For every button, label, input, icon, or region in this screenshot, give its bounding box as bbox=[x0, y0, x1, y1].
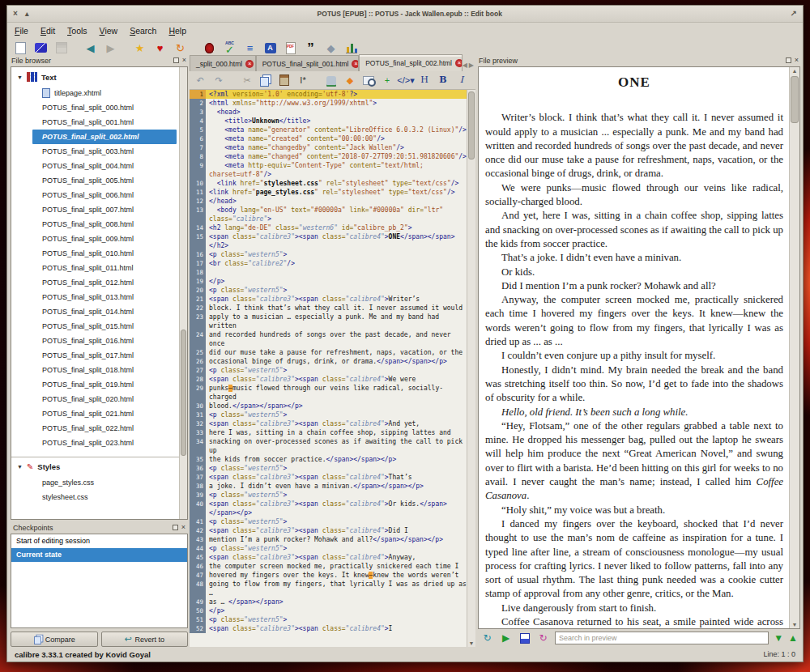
menu-search[interactable]: Search bbox=[130, 26, 156, 36]
italic-icon[interactable]: I bbox=[455, 74, 468, 87]
close-tab-icon[interactable]: × bbox=[245, 60, 254, 68]
upload-icon[interactable]: ◆ bbox=[323, 40, 339, 56]
file-item[interactable]: POTUS_final_split_021.html bbox=[32, 406, 177, 421]
file-item[interactable]: POTUS_final_split_004.html bbox=[32, 159, 177, 173]
reports-chart-icon[interactable] bbox=[343, 40, 359, 56]
file-item[interactable]: POTUS_final_split_003.html bbox=[32, 144, 177, 159]
scroll-down-icon[interactable]: ▼ bbox=[790, 622, 799, 627]
revert-to-button[interactable]: ↩ Revert to bbox=[101, 632, 189, 647]
menu-tools[interactable]: Tools bbox=[67, 26, 87, 36]
open-book-icon[interactable] bbox=[33, 40, 49, 56]
scrollbar-thumb[interactable] bbox=[791, 76, 799, 123]
search-box-icon[interactable] bbox=[362, 74, 375, 87]
cut-icon[interactable]: ✂ bbox=[241, 74, 254, 87]
tab-scroll-right-icon[interactable]: ▶ bbox=[469, 62, 474, 69]
float-panel-icon[interactable] bbox=[786, 57, 791, 63]
collapse-icon[interactable]: ▼ bbox=[17, 74, 23, 80]
redo-icon[interactable]: ↷ bbox=[212, 74, 225, 87]
collapse-icon[interactable]: ▼ bbox=[17, 464, 23, 470]
stylesheet-item[interactable]: page_styles.css bbox=[32, 475, 177, 490]
file-item[interactable]: POTUS_final_split_011.html bbox=[32, 261, 177, 275]
window-maximize-icon[interactable]: ↗ bbox=[791, 10, 797, 18]
close-panel-icon[interactable]: × bbox=[795, 57, 799, 64]
file-item[interactable]: POTUS_final_split_012.html bbox=[32, 275, 177, 290]
pdf-file-icon[interactable]: PDF bbox=[283, 40, 298, 56]
file-item[interactable]: POTUS_final_split_009.html bbox=[32, 232, 177, 246]
editor-tab[interactable]: _split_000.html× bbox=[190, 55, 256, 71]
refresh-icon[interactable]: ↻ bbox=[480, 632, 494, 645]
file-item[interactable]: titlepage.xhtml bbox=[32, 86, 177, 100]
preview-scrollbar[interactable]: ▲ ▼ bbox=[789, 67, 799, 628]
find-next-icon[interactable]: ▼ bbox=[774, 632, 783, 645]
close-tab-icon[interactable]: × bbox=[455, 59, 463, 67]
file-item[interactable]: POTUS_final_split_017.html bbox=[32, 348, 177, 363]
stylesheet-item[interactable]: stylesheet.css bbox=[32, 490, 177, 504]
close-panel-icon[interactable]: × bbox=[182, 57, 186, 64]
file-item[interactable]: POTUS_final_split_019.html bbox=[32, 377, 177, 392]
forward-icon[interactable]: ▶ bbox=[103, 40, 118, 56]
spellcheck-icon[interactable]: ABC✓ bbox=[222, 40, 237, 56]
font-book-icon[interactable]: A bbox=[262, 40, 278, 56]
preview-content[interactable]: ONE Writer’s block. I think that’s what … bbox=[478, 66, 800, 629]
search-in-preview-input[interactable] bbox=[555, 632, 769, 644]
float-panel-icon[interactable] bbox=[173, 57, 179, 63]
check-book-bug-icon[interactable] bbox=[202, 40, 217, 56]
menu-file[interactable]: File bbox=[15, 26, 28, 36]
window-shade-icon[interactable]: ▴ bbox=[25, 10, 29, 18]
file-item[interactable]: POTUS_final_split_010.html bbox=[32, 246, 177, 261]
donate-heart-icon[interactable]: ♥ bbox=[152, 40, 168, 56]
code-block-icon[interactable]: </>▾ bbox=[399, 74, 412, 87]
undo-icon[interactable]: ↶ bbox=[194, 74, 207, 87]
checkpoint-item[interactable]: Current state bbox=[11, 548, 187, 562]
file-item[interactable]: POTUS_final_split_002.html bbox=[32, 130, 177, 144]
text-section[interactable]: ▼ Text bbox=[11, 67, 187, 86]
file-item[interactable]: POTUS_final_split_018.html bbox=[32, 363, 177, 377]
menu-view[interactable]: View bbox=[100, 26, 118, 36]
beautify-icon[interactable]: ≡ bbox=[242, 40, 258, 56]
float-panel-icon[interactable] bbox=[173, 525, 178, 530]
compare-button[interactable]: Compare bbox=[11, 632, 98, 647]
tab-scroll-left-icon[interactable]: ◀ bbox=[463, 62, 467, 69]
file-item[interactable]: POTUS_final_split_005.html bbox=[32, 173, 177, 188]
menu-help[interactable]: Help bbox=[168, 26, 186, 36]
window-close-icon[interactable]: × bbox=[13, 10, 18, 18]
file-item[interactable]: POTUS_final_split_015.html bbox=[32, 319, 177, 334]
mark-text-icon[interactable]: ◆ bbox=[343, 74, 356, 87]
file-item[interactable]: POTUS_final_split_020.html bbox=[32, 392, 177, 406]
heading-icon[interactable]: H bbox=[418, 74, 431, 87]
paste-icon[interactable] bbox=[278, 74, 291, 87]
insert-tag-icon[interactable]: + bbox=[381, 74, 394, 87]
save-icon[interactable] bbox=[53, 40, 69, 56]
insert-special-icon[interactable]: I* bbox=[296, 74, 309, 87]
scrollbar-thumb[interactable] bbox=[468, 91, 475, 159]
save-preview-icon[interactable] bbox=[518, 632, 531, 645]
close-tab-icon[interactable]: × bbox=[352, 60, 359, 68]
find-previous-icon[interactable]: ▲ bbox=[788, 632, 798, 645]
run-icon[interactable]: ▶ bbox=[499, 632, 513, 645]
file-tree-scrollbar[interactable] bbox=[179, 67, 187, 519]
close-panel-icon[interactable]: × bbox=[181, 524, 185, 531]
scrollbar-thumb[interactable] bbox=[181, 330, 186, 456]
file-item[interactable]: POTUS_final_split_006.html bbox=[32, 188, 177, 202]
scroll-down-icon[interactable]: ▼ bbox=[467, 640, 475, 646]
scroll-up-icon[interactable]: ▲ bbox=[790, 68, 799, 74]
file-item[interactable]: POTUS_final_split_022.html bbox=[32, 421, 177, 436]
back-icon[interactable]: ◀ bbox=[83, 40, 98, 56]
saved-searches-icon[interactable] bbox=[325, 74, 338, 87]
editor-scrollbar[interactable]: ▼ bbox=[467, 90, 475, 647]
new-file-icon[interactable] bbox=[13, 40, 28, 56]
editor-tab[interactable]: POTUS_final_split_001.html× bbox=[256, 55, 360, 71]
file-item[interactable]: POTUS_final_split_008.html bbox=[32, 217, 177, 232]
bold-icon[interactable]: B bbox=[437, 74, 450, 87]
code-editor[interactable]: 1<?xml version='1.0' encoding='utf-8'?>2… bbox=[190, 90, 467, 647]
editor-tab[interactable]: POTUS_final_split_002.html× bbox=[359, 54, 463, 71]
file-item[interactable]: POTUS_final_split_014.html bbox=[32, 304, 177, 319]
file-item[interactable]: POTUS_final_split_007.html bbox=[32, 202, 177, 217]
styles-section[interactable]: ▼ ✎ Styles bbox=[11, 457, 187, 475]
file-item[interactable]: POTUS_final_split_000.html bbox=[32, 100, 177, 115]
copy-icon[interactable] bbox=[259, 74, 272, 87]
wand-icon[interactable]: ★ bbox=[132, 40, 147, 56]
reload-icon[interactable]: ↻ bbox=[536, 632, 550, 645]
menu-edit[interactable]: Edit bbox=[40, 26, 55, 36]
file-item[interactable]: POTUS_final_split_016.html bbox=[32, 334, 177, 348]
